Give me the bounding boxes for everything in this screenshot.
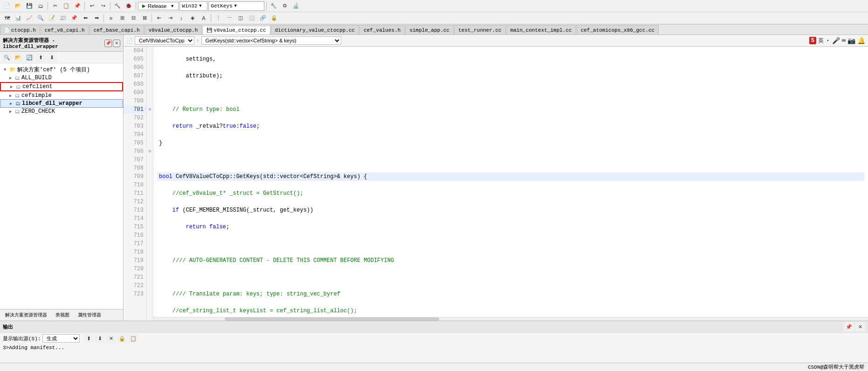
ln702: 702	[124, 114, 146, 122]
sidebar-pin-button[interactable]: 📌	[104, 40, 112, 47]
tree-arrow-all-build[interactable]: ▶	[9, 76, 15, 81]
tab-cef-values-h[interactable]: cef_values.h	[359, 25, 405, 34]
new-button[interactable]: 📄	[2, 1, 12, 11]
tb2-btn20[interactable]: ⋯	[224, 14, 234, 23]
tb2-btn14[interactable]: ⇤	[154, 14, 164, 23]
tb2-btn8[interactable]: ⬅	[80, 14, 90, 23]
tab-main-context-impl-cc[interactable]: main_context_impl.cc	[506, 25, 576, 34]
release-dropdown[interactable]: ▶ Release ▼	[138, 2, 179, 10]
undo-button[interactable]: ↩	[87, 1, 97, 11]
tab-cef-v8-capi-h[interactable]: cef_v8_capi.h	[41, 25, 89, 34]
code-scrollbar-thumb[interactable]	[225, 317, 439, 321]
sidebar-footer-tab-props[interactable]: 属性管理器	[75, 310, 104, 320]
open-button[interactable]: 📂	[13, 1, 23, 11]
tb2-btn11[interactable]: ⊞	[117, 14, 127, 23]
fold706[interactable]: ⊟	[147, 147, 153, 156]
icon-keyboard[interactable]: ⌨	[842, 37, 846, 45]
output-tb4[interactable]: 🔒	[117, 334, 127, 343]
tree-item-cefclient[interactable]: ▶ 🗂 cefclient	[0, 82, 123, 91]
config-dropdown[interactable]: GetKeys ▼	[208, 1, 264, 11]
sidebar-footer-tab-solutions[interactable]: 解决方案资源管理器	[2, 310, 50, 320]
icon-camera[interactable]: 📷	[847, 37, 855, 45]
tb2-btn3[interactable]: 📈	[24, 14, 34, 23]
tab-v8value-ctocpp-cc[interactable]: 💾 v8value_ctocpp.cc	[202, 26, 270, 35]
sidebar-tb4[interactable]: ⬆	[35, 53, 46, 62]
save-all-button[interactable]: 🗂	[35, 1, 46, 11]
tb2-btn2[interactable]: 📊	[13, 14, 23, 23]
tb2-btn9[interactable]: ➡	[91, 14, 102, 23]
tools-button3[interactable]: 🔬	[291, 1, 301, 11]
tree-root[interactable]: ▼ 📁 解决方案'cef' (5 个项目)	[0, 65, 123, 74]
tab-ctocpp-h[interactable]: 📄 ctocpp.h	[0, 25, 40, 34]
tools-button2[interactable]: ⚙	[280, 1, 290, 11]
tb2-btn13[interactable]: ⊠	[139, 14, 150, 23]
copy-button[interactable]: 📋	[61, 1, 71, 11]
tb2-btn18[interactable]: A	[199, 14, 209, 23]
sep2	[84, 2, 85, 10]
tree-item-label-zero-check: ZERO_CHECK	[21, 108, 55, 115]
code-scrollbar[interactable]	[153, 317, 868, 321]
tree-item-libcef-dll-wrapper[interactable]: ▶ 🗂 libcef_dll_wrapper	[0, 99, 123, 108]
tb2-btn16[interactable]: ↕	[176, 14, 186, 23]
tree-area: ▼ 📁 解决方案'cef' (5 个项目) ▶ 🗂 ALL_BUILD ▶ 🗂 …	[0, 63, 123, 309]
tree-arrow-cefsimple[interactable]: ▶	[9, 93, 15, 98]
tb2-btn1[interactable]: 🗺	[2, 14, 12, 23]
file-dropdown[interactable]: CefV8ValueCToCpp	[135, 36, 194, 45]
tb2-btn10[interactable]: ≡	[106, 14, 116, 23]
tab-test-runner-cc[interactable]: test_runner.cc	[454, 25, 505, 34]
tb2-btn4[interactable]: 🔍	[35, 14, 46, 23]
tb2-btn23[interactable]: 🔗	[258, 14, 268, 23]
sidebar-tb5[interactable]: ⬇	[47, 53, 57, 62]
tree-item-zero-check[interactable]: ▶ 🗂 ZERO_CHECK	[0, 108, 123, 115]
tb2-btn22[interactable]: ⬜	[247, 14, 257, 23]
output-source-dropdown[interactable]: 生成	[42, 334, 80, 343]
tb2-btn24[interactable]: 🔒	[269, 14, 279, 23]
method-dropdown[interactable]: GetKeys(std::vector<CefString> & keys)	[201, 36, 341, 45]
tab-dictionary-value-ctocpp-cc[interactable]: dictionary_value_ctocpp.cc	[271, 25, 359, 34]
bottom-close-button[interactable]: ✕	[855, 322, 865, 331]
tab-v8value-ctocpp-h[interactable]: v8value_ctocpp.h	[145, 25, 202, 34]
icon-bell[interactable]: 🔔	[857, 37, 865, 45]
tab-cef-base-capi-h[interactable]: cef_base_capi.h	[90, 25, 144, 34]
output-tb3[interactable]: ✕	[106, 334, 116, 343]
tools-button1[interactable]: 🔧	[269, 1, 279, 11]
tab-simple-app-cc[interactable]: simple_app.cc	[405, 25, 454, 34]
fold701[interactable]: ⊟	[147, 105, 153, 114]
tb2-btn6[interactable]: 📰	[58, 14, 68, 23]
tb2-btn12[interactable]: ⊟	[128, 14, 138, 23]
sidebar-close-button[interactable]: ✕	[113, 40, 120, 47]
sidebar-tb1[interactable]: 🔍	[2, 53, 12, 62]
tree-item-all-build[interactable]: ▶ 🗂 ALL_BUILD	[0, 74, 123, 82]
save-button[interactable]: 💾	[24, 1, 34, 11]
tree-arrow-cefclient[interactable]: ▶	[10, 84, 16, 89]
sep5	[266, 2, 267, 10]
sidebar-tb2[interactable]: 📂	[13, 53, 23, 62]
tree-item-cefsimple[interactable]: ▶ 🗂 cefsimple	[0, 92, 123, 99]
output-tb1[interactable]: ⬆	[83, 334, 94, 343]
debug-button[interactable]: 🐞	[124, 1, 134, 11]
code-content[interactable]: 694 695 696 697 698 699 700 701 702 703 …	[124, 47, 868, 321]
tb2-btn7[interactable]: 📌	[69, 14, 79, 23]
output-tb2[interactable]: ⬇	[95, 334, 105, 343]
code-text-area[interactable]: settings, attribute); // Return type: bo…	[153, 47, 868, 321]
tree-arrow-root[interactable]: ▼	[4, 68, 9, 72]
tree-arrow-zero-check[interactable]: ▶	[9, 109, 15, 114]
build-button[interactable]: 🔨	[112, 1, 123, 11]
tb2-btn5[interactable]: 📝	[47, 14, 57, 23]
sidebar-footer-tab-class[interactable]: 类视图	[52, 310, 73, 320]
icon-mic[interactable]: 🎤	[832, 37, 840, 45]
tb2-btn15[interactable]: ⇥	[165, 14, 175, 23]
tb2-btn19[interactable]: ⋮	[213, 14, 223, 23]
bottom-pin-button[interactable]: 📌	[844, 322, 854, 331]
platform-dropdown[interactable]: Win32 ▼	[179, 1, 207, 11]
output-tb5[interactable]: 📋	[128, 334, 138, 343]
tb2-btn21[interactable]: ◫	[235, 14, 246, 23]
tab-cef-atomicops-cc[interactable]: cef_atomicops_x86_gcc.cc	[577, 25, 659, 34]
tree-arrow-libcef[interactable]: ▶	[10, 101, 15, 106]
cut-button[interactable]: ✂	[50, 1, 60, 11]
sidebar-tb3[interactable]: 🔄	[24, 53, 34, 62]
tab-label: simple_app.cc	[409, 27, 449, 33]
redo-button[interactable]: ↪	[98, 1, 108, 11]
tb2-btn17[interactable]: ◈	[187, 14, 198, 23]
paste-button[interactable]: 📌	[72, 1, 83, 11]
